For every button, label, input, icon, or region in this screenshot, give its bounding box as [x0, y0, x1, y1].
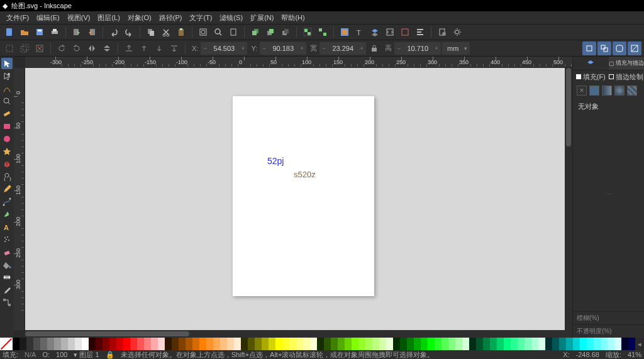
palette-swatch[interactable]: [19, 338, 26, 350]
palette-swatch[interactable]: [386, 338, 393, 350]
gradient-tool[interactable]: [1, 272, 13, 283]
palette-swatch[interactable]: [262, 338, 269, 350]
canvas[interactable]: 52pj s520z: [25, 68, 572, 330]
palette-swatch[interactable]: [26, 338, 33, 350]
palette-swatch[interactable]: [490, 338, 497, 350]
palette-swatch[interactable]: [421, 338, 428, 350]
palette-swatch[interactable]: [552, 338, 559, 350]
3dbox-tool[interactable]: [1, 158, 13, 170]
raise-button[interactable]: [137, 41, 151, 55]
palette-swatch[interactable]: [317, 338, 324, 350]
palette-swatch[interactable]: [573, 338, 580, 350]
menu-extensions[interactable]: 扩展(N): [247, 12, 277, 24]
palette-swatch[interactable]: [296, 338, 303, 350]
lower-bottom-button[interactable]: [167, 41, 181, 55]
unlink-clone-button[interactable]: [279, 25, 292, 39]
menu-layer[interactable]: 图层(L): [94, 12, 123, 24]
fill-pattern-swatch[interactable]: [627, 86, 637, 96]
bezier-tool[interactable]: [1, 196, 13, 207]
palette-swatch[interactable]: [255, 338, 262, 350]
cut-button[interactable]: [159, 25, 173, 39]
subtab-stroke[interactable]: 描边绘制: [609, 70, 645, 83]
text-tool[interactable]: A: [1, 221, 13, 233]
connector-tool[interactable]: [1, 297, 13, 308]
group-button[interactable]: [301, 25, 314, 39]
palette-swatch[interactable]: [179, 338, 186, 350]
palette-swatch[interactable]: [123, 338, 130, 350]
palette-swatch[interactable]: [248, 338, 255, 350]
palette-swatch[interactable]: [469, 338, 476, 350]
palette-swatch[interactable]: [414, 338, 421, 350]
menu-object[interactable]: 对象(O): [124, 12, 155, 24]
bucket-tool[interactable]: [1, 259, 13, 270]
palette-swatch[interactable]: [213, 338, 220, 350]
preferences-button[interactable]: [450, 25, 464, 39]
menu-edit[interactable]: 编辑(E): [33, 12, 64, 24]
spiral-tool[interactable]: [1, 171, 13, 182]
palette-swatch[interactable]: [345, 338, 352, 350]
palette-swatch[interactable]: [68, 338, 75, 350]
palette-swatch[interactable]: [628, 338, 635, 350]
affect-corners-button[interactable]: [613, 41, 626, 55]
status-zoom-value[interactable]: 41%: [628, 351, 641, 358]
tweak-tool[interactable]: [1, 83, 13, 94]
flip-v-button[interactable]: [100, 41, 114, 55]
palette-swatch[interactable]: [310, 338, 317, 350]
palette-swatch[interactable]: [400, 338, 407, 350]
menu-filters[interactable]: 滤镜(S): [216, 12, 247, 24]
palette-swatch[interactable]: [448, 338, 455, 350]
palette-swatch[interactable]: [483, 338, 490, 350]
menu-file[interactable]: 文件(F): [3, 12, 33, 24]
spray-tool[interactable]: [1, 234, 13, 245]
palette-swatch[interactable]: [566, 338, 573, 350]
palette-swatch[interactable]: [54, 338, 61, 350]
import-button[interactable]: [70, 25, 84, 39]
menu-view[interactable]: 视图(V): [64, 12, 94, 24]
palette-swatch[interactable]: [116, 338, 123, 350]
open-button[interactable]: [18, 25, 31, 39]
xml-button[interactable]: [383, 25, 397, 39]
palette-swatch[interactable]: [379, 338, 386, 350]
palette-swatch[interactable]: [220, 338, 227, 350]
palette-swatch[interactable]: [497, 338, 504, 350]
star-tool[interactable]: [1, 146, 13, 157]
palette-swatch[interactable]: [206, 338, 213, 350]
zoom-drawing-button[interactable]: [211, 25, 225, 39]
palette-swatch[interactable]: [109, 338, 116, 350]
zoom-page-button[interactable]: [226, 25, 240, 39]
fill-linear-swatch[interactable]: [602, 86, 612, 96]
export-button[interactable]: [85, 25, 99, 39]
palette-none-swatch[interactable]: [0, 338, 13, 350]
palette-swatch[interactable]: [282, 338, 289, 350]
vertical-scrollbar[interactable]: [565, 68, 572, 330]
clone-button[interactable]: [264, 25, 277, 39]
palette-swatch[interactable]: [234, 338, 241, 350]
status-fill-value[interactable]: N/A: [25, 351, 36, 358]
palette-swatch[interactable]: [407, 338, 414, 350]
status-lock-icon[interactable]: 🔒: [106, 351, 114, 359]
palette-swatch[interactable]: [545, 338, 552, 350]
vertical-ruler[interactable]: 050100150200250300: [14, 68, 25, 330]
palette-swatch[interactable]: [511, 338, 518, 350]
palette-swatch[interactable]: [40, 338, 47, 350]
x-input[interactable]: −+: [201, 42, 247, 55]
subtab-fill[interactable]: 填充(F): [573, 70, 609, 83]
panel-tab-fill-stroke[interactable]: ▢填充与描边: [609, 57, 645, 70]
palette-swatch[interactable]: [476, 338, 483, 350]
rect-tool[interactable]: [1, 121, 13, 132]
palette-swatch[interactable]: [82, 338, 89, 350]
palette-swatch[interactable]: [462, 338, 469, 350]
rotate-cw-button[interactable]: [70, 41, 84, 55]
duplicate-button[interactable]: [248, 25, 262, 39]
palette-swatch[interactable]: [199, 338, 206, 350]
unit-select[interactable]: mm▾: [442, 42, 470, 55]
palette-swatch[interactable]: [75, 338, 82, 350]
palette-swatch[interactable]: [165, 338, 172, 350]
horizontal-ruler[interactable]: -300-250-200-150-100-5005010015020025030…: [25, 57, 572, 68]
status-layer-nav[interactable]: ▾ 图层 1: [74, 350, 99, 360]
palette-swatch[interactable]: [580, 338, 587, 350]
w-input[interactable]: −+: [319, 42, 366, 55]
status-opacity-value[interactable]: 100: [56, 351, 67, 358]
affect-gradient-button[interactable]: [628, 41, 641, 55]
palette-swatch[interactable]: [324, 338, 331, 350]
